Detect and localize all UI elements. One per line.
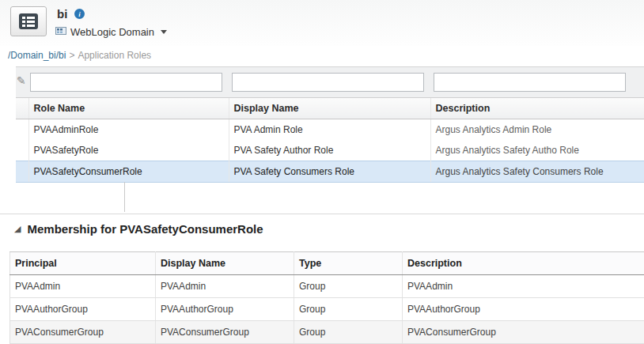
display-name-cell: PVAAuthorGroup	[156, 298, 294, 321]
collapse-triangle-icon[interactable]: ◢	[14, 225, 21, 233]
table-row[interactable]: PVAAuthorGroup PVAAuthorGroup Group PVAA…	[10, 298, 644, 321]
summary-list-icon	[18, 13, 39, 30]
description-cell: PVAAuthorGroup	[403, 298, 644, 321]
row-selector-header	[16, 98, 28, 119]
membership-section-title: Membership for PVASafetyConsumerRole	[27, 222, 263, 236]
role-name-cell: PVASafetyConsumerRole	[28, 161, 229, 183]
display-name-cell: PVAAdmin	[156, 275, 294, 298]
display-name-cell: PVA Safety Author Role	[229, 140, 430, 161]
type-cell: Group	[294, 298, 403, 321]
column-header-display-name[interactable]: Display Name	[229, 98, 430, 119]
application-roles-page: bi i WebLogic Domain /Domain_bi/bi>Appli…	[0, 0, 644, 344]
top-header-bar	[0, 0, 644, 46]
domain-target-icon	[10, 6, 47, 36]
table-row[interactable]: PVAAdmin PVAAdmin Group PVAAdmin	[10, 275, 644, 298]
membership-header-row: Principal Display Name Type Description	[10, 252, 644, 275]
column-header-role-name[interactable]: Role Name	[28, 98, 229, 119]
breadcrumb: /Domain_bi/bi>Application Roles	[8, 50, 151, 61]
column-header-display-name[interactable]: Display Name	[156, 252, 294, 275]
type-cell: Group	[294, 321, 403, 344]
description-cell: PVAAdmin	[403, 275, 644, 298]
principal-cell: PVAAdmin	[10, 275, 156, 298]
role-name-cell: PVASafetyRole	[28, 140, 229, 161]
section-divider	[0, 214, 644, 214]
column-header-description[interactable]: Description	[430, 98, 644, 119]
page-title: bi	[57, 7, 67, 21]
row-selector-cell	[16, 161, 28, 183]
display-name-cell: PVAConsumerGroup	[156, 321, 294, 344]
type-cell: Group	[294, 275, 403, 298]
table-row[interactable]: PVAConsumerGroup PVAConsumerGroup Group …	[10, 321, 644, 344]
breadcrumb-separator: >	[69, 50, 74, 61]
membership-table: Principal Display Name Type Description …	[9, 251, 644, 344]
display-name-cell: PVA Safety Consumers Role	[229, 161, 430, 183]
row-selector-cell	[16, 140, 28, 161]
application-roles-table: ✎ Role Name Display Name Description PVA…	[16, 66, 644, 183]
display-name-cell: PVA Admin Role	[229, 119, 430, 141]
column-header-description[interactable]: Description	[403, 252, 644, 275]
column-header-type[interactable]: Type	[294, 252, 403, 275]
breadcrumb-current: Application Roles	[78, 50, 151, 61]
filter-input-role-name[interactable]	[30, 73, 222, 92]
weblogic-domain-label: WebLogic Domain	[70, 26, 154, 38]
table-row[interactable]: PVAAdminRole PVA Admin Role Argus Analyt…	[16, 119, 644, 141]
chevron-down-icon	[161, 30, 167, 34]
membership-section-header: ◢ Membership for PVASafetyConsumerRole	[14, 222, 263, 236]
description-cell: Argus Analytics Safety Consumers Role	[430, 161, 644, 183]
weblogic-domain-menu[interactable]: WebLogic Domain	[55, 25, 167, 39]
column-header-principal[interactable]: Principal	[10, 252, 156, 275]
description-cell: Argus Analytics Admin Role	[430, 119, 644, 141]
description-cell: Argus Analytics Safety Autho Role	[430, 140, 644, 161]
info-icon[interactable]: i	[74, 9, 85, 19]
role-name-cell: PVAAdminRole	[28, 119, 229, 141]
roles-header-row: Role Name Display Name Description	[16, 98, 644, 119]
table-row[interactable]: PVASafetyRole PVA Safety Author Role Arg…	[16, 140, 644, 161]
query-by-example-row: ✎	[16, 66, 644, 98]
breadcrumb-link[interactable]: /Domain_bi/bi	[8, 50, 66, 61]
description-cell: PVAConsumerGroup	[403, 321, 644, 344]
weblogic-domain-icon	[55, 25, 66, 39]
row-selector-cell	[16, 119, 28, 141]
edit-filter-icon[interactable]: ✎	[17, 75, 26, 86]
principal-cell: PVAConsumerGroup	[10, 321, 156, 344]
filter-input-display-name[interactable]	[232, 73, 424, 92]
column-splitter-line	[124, 182, 125, 212]
filter-input-description[interactable]	[434, 73, 626, 92]
table-row-selected[interactable]: PVASafetyConsumerRole PVA Safety Consume…	[16, 161, 644, 183]
principal-cell: PVAAuthorGroup	[10, 298, 156, 321]
